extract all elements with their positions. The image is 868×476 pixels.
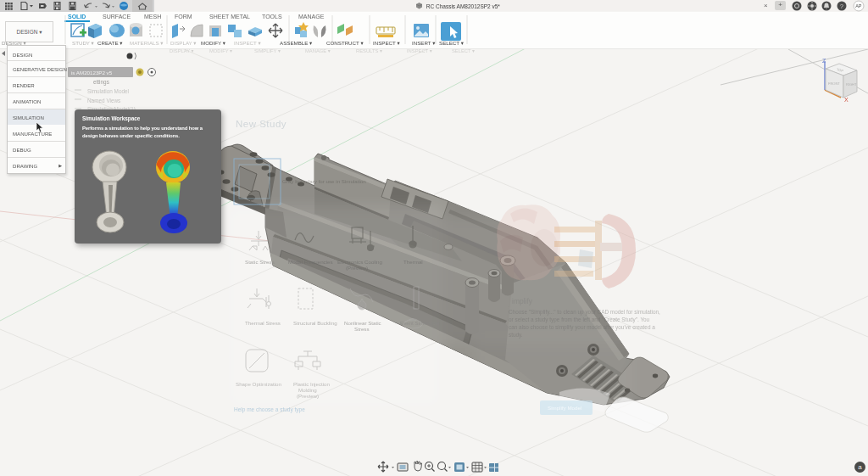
- svg-text:X: X: [844, 97, 849, 103]
- svg-text:?: ?: [840, 3, 843, 9]
- svg-text:FRONT: FRONT: [828, 81, 840, 86]
- svg-text:RIGHT: RIGHT: [846, 82, 857, 87]
- svg-text:AP: AP: [855, 3, 862, 8]
- svg-text:Z: Z: [822, 58, 826, 64]
